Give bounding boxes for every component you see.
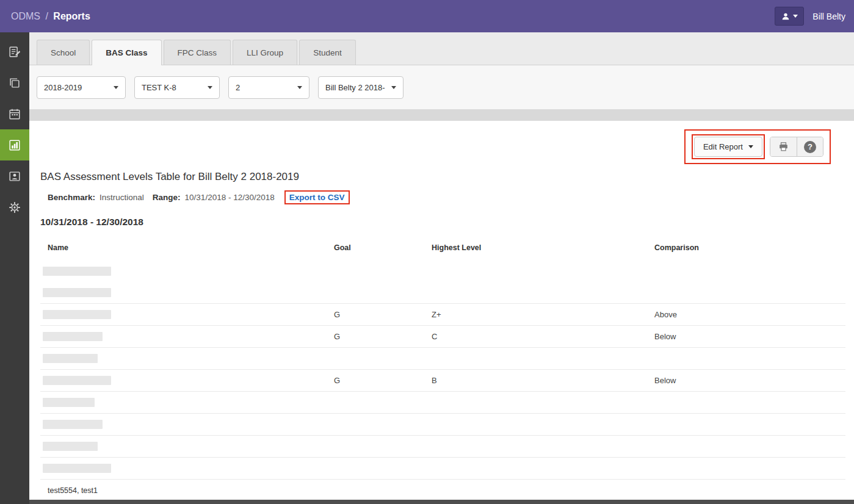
tab-school[interactable]: School — [37, 40, 90, 65]
printer-icon — [778, 141, 789, 153]
goal-cell — [327, 414, 424, 436]
print-button[interactable] — [770, 137, 797, 156]
form-edit-icon — [8, 45, 21, 59]
highest-level-cell: B — [424, 370, 647, 392]
table-row — [40, 348, 845, 370]
sidebar-item-students[interactable] — [0, 160, 29, 192]
highest-level-cell — [424, 458, 647, 480]
tab-bar: School BAS Class FPC Class LLI Group Stu… — [29, 32, 854, 65]
redacted-name — [43, 420, 103, 429]
filter-select-school[interactable]: TEST K-8 — [134, 76, 220, 99]
name-cell — [40, 458, 327, 480]
comparison-cell — [647, 348, 845, 370]
filter-select-class[interactable]: Bill Belty 2 2018- — [318, 76, 403, 99]
chevron-down-icon — [391, 86, 396, 89]
tab-label: FPC Class — [178, 48, 217, 57]
range-value: 10/31/2018 - 12/30/2018 — [185, 193, 275, 202]
table-row: test5554, test1 — [40, 480, 845, 500]
goal-cell — [327, 458, 424, 480]
goal-cell — [327, 392, 424, 414]
filter-bar: 2018-2019 TEST K-8 2 Bill Belty 2 2018- — [29, 65, 854, 109]
goal-cell — [327, 436, 424, 458]
contact-card-icon — [8, 170, 21, 183]
main-area: School BAS Class FPC Class LLI Group Stu… — [29, 32, 854, 504]
person-icon — [781, 12, 791, 21]
comparison-cell — [647, 414, 845, 436]
tab-fpc-class[interactable]: FPC Class — [164, 40, 231, 65]
user-area: Bill Belty — [775, 7, 845, 26]
highest-level-cell — [424, 436, 647, 458]
sidebar-item-settings[interactable] — [0, 192, 29, 223]
comparison-cell — [647, 392, 845, 414]
select-value: 2 — [236, 83, 240, 92]
export-annotation-box: Export to CSV — [284, 190, 350, 204]
edit-report-annotation-box: Edit Report — [692, 134, 765, 159]
sidebar-item-classes[interactable] — [0, 67, 29, 98]
breadcrumb: ODMS / Reports — [11, 11, 90, 22]
comparison-cell — [647, 261, 845, 304]
select-value: Bill Belty 2 2018- — [325, 83, 385, 92]
report-meta: Benchmark: Instructional Range: 10/31/20… — [48, 190, 854, 204]
filter-select-grade[interactable]: 2 — [228, 76, 309, 99]
goal-cell: G — [327, 370, 424, 392]
highest-level-cell — [424, 348, 647, 370]
highest-level-cell — [424, 480, 647, 500]
report-title: BAS Assessment Levels Table for Bill Bel… — [40, 171, 854, 183]
bar-chart-icon — [8, 139, 21, 152]
tab-label: Student — [313, 48, 342, 57]
column-header-highest-level: Highest Level — [424, 240, 647, 261]
edit-report-button[interactable]: Edit Report — [694, 137, 762, 157]
comparison-cell: Below — [647, 370, 845, 392]
column-header-comparison: Comparison — [647, 240, 845, 261]
filter-select-school-year[interactable]: 2018-2019 — [37, 76, 126, 99]
table-row — [40, 261, 845, 304]
name-cell — [40, 436, 327, 458]
redacted-name — [43, 442, 98, 451]
goal-cell — [327, 261, 424, 304]
tab-bas-class[interactable]: BAS Class — [92, 40, 161, 65]
tab-label: BAS Class — [106, 48, 147, 57]
table-row: GBBelow — [40, 370, 845, 392]
chevron-down-icon — [114, 86, 118, 89]
table-header-row: NameGoalHighest LevelComparison — [40, 240, 845, 261]
copy-pages-icon — [8, 76, 21, 90]
name-cell — [40, 414, 327, 436]
body-row: School BAS Class FPC Class LLI Group Stu… — [0, 32, 854, 504]
redacted-name — [43, 267, 111, 276]
name-cell — [40, 392, 327, 414]
highest-level-cell — [424, 392, 647, 414]
chevron-down-icon — [297, 86, 302, 89]
table-row: GCBelow — [40, 326, 845, 348]
sidebar-item-calendar[interactable] — [0, 98, 29, 129]
edit-report-label: Edit Report — [703, 142, 743, 151]
tab-student[interactable]: Student — [299, 40, 356, 65]
report-content: Edit Report — [29, 121, 854, 500]
assessment-levels-table: NameGoalHighest LevelComparison GZ+Above… — [40, 240, 845, 500]
comparison-cell: Above — [647, 304, 845, 326]
top-header: ODMS / Reports Bill Belty — [0, 0, 854, 32]
redacted-name — [43, 310, 111, 319]
table-row — [40, 414, 845, 436]
sidebar-item-data-entry[interactable] — [0, 36, 29, 67]
redacted-name — [43, 376, 111, 385]
name-cell — [40, 348, 327, 370]
tab-label: LLI Group — [247, 48, 283, 57]
breadcrumb-page: Reports — [53, 11, 90, 21]
user-menu-button[interactable] — [775, 7, 804, 26]
goal-cell: G — [327, 326, 424, 348]
breadcrumb-app[interactable]: ODMS — [11, 11, 40, 21]
redacted-name — [43, 354, 98, 363]
name-cell — [40, 261, 327, 304]
breadcrumb-separator: / — [45, 11, 48, 21]
user-name: Bill Belty — [812, 12, 845, 21]
tab-lli-group[interactable]: LLI Group — [233, 40, 297, 65]
table-row: GZ+Above — [40, 304, 845, 326]
export-to-csv-link[interactable]: Export to CSV — [289, 193, 345, 202]
table-row — [40, 458, 845, 480]
benchmark-label: Benchmark: — [48, 193, 95, 202]
toolbar-annotation-box: Edit Report — [684, 129, 831, 164]
sidebar-item-reports[interactable] — [0, 129, 29, 160]
calendar-icon — [8, 107, 21, 121]
help-button[interactable]: ? — [797, 137, 823, 156]
highest-level-cell: Z+ — [424, 304, 647, 326]
